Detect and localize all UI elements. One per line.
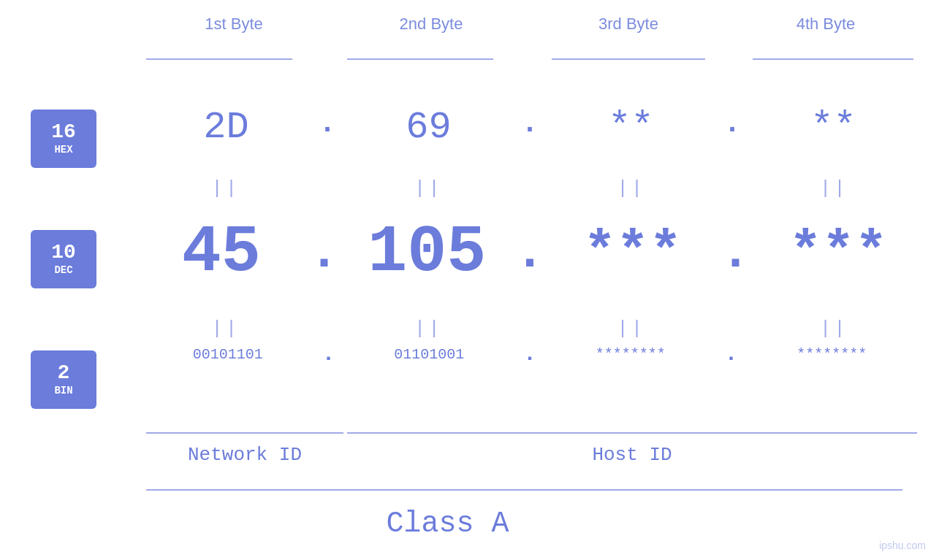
class-label: Class A xyxy=(0,507,895,540)
bin-b4: ******** xyxy=(740,346,924,363)
bracket-full-bottom xyxy=(146,489,902,491)
byte1-header: 1st Byte xyxy=(135,15,332,34)
main-container: 1st Byte 2nd Byte 3rd Byte 4th Byte 16 H… xyxy=(0,0,939,560)
dec-base-label: 10 DEC xyxy=(31,230,96,288)
dec-base-num: 10 xyxy=(51,242,76,263)
bin-row: 00101101 . 01101001 . ******** . *******… xyxy=(135,342,924,367)
equals-row-2: || || || || xyxy=(135,318,924,340)
bracket-top-1 xyxy=(146,58,292,60)
eq1-b2: || xyxy=(338,177,520,199)
byte3-header: 3rd Byte xyxy=(530,15,727,34)
dot-hex-2: . xyxy=(520,107,540,147)
byte4-header: 4th Byte xyxy=(727,15,924,34)
eq2-b1: || xyxy=(135,318,316,340)
dot-bin-1: . xyxy=(320,342,336,367)
bracket-top-4 xyxy=(753,58,913,60)
eq2-b2: || xyxy=(338,318,520,340)
byte2-header: 2nd Byte xyxy=(332,15,530,34)
hex-base-label: 16 HEX xyxy=(31,110,96,168)
dot-dec-1: . xyxy=(307,224,341,282)
bin-b1: 00101101 xyxy=(135,346,320,363)
bin-b3: ******** xyxy=(538,346,723,363)
eq2-b4: || xyxy=(744,318,925,340)
hex-b4: ** xyxy=(742,106,924,149)
eq1-b1: || xyxy=(135,177,316,199)
bin-base-text: BIN xyxy=(54,385,72,396)
hex-base-num: 16 xyxy=(51,122,76,142)
host-id-label: Host ID xyxy=(347,444,917,466)
bracket-top-2 xyxy=(347,58,493,60)
bracket-top-3 xyxy=(552,58,705,60)
byte-headers: 1st Byte 2nd Byte 3rd Byte 4th Byte xyxy=(135,15,924,34)
dot-dec-3: . xyxy=(718,224,752,282)
bin-base-label: 2 BIN xyxy=(31,350,96,409)
hex-b1: 2D xyxy=(135,106,317,149)
hex-b2: 69 xyxy=(338,106,520,149)
dot-dec-2: . xyxy=(513,224,547,282)
eq1-b4: || xyxy=(744,177,925,199)
watermark: ipshu.com xyxy=(879,540,926,551)
equals-row-1: || || || || xyxy=(135,177,924,199)
dot-hex-3: . xyxy=(722,107,742,147)
hex-row: 2D . 69 . ** . ** xyxy=(135,106,924,149)
dec-b1: 45 xyxy=(135,215,307,290)
hex-b3: ** xyxy=(540,106,722,149)
dot-bin-2: . xyxy=(522,342,538,367)
bracket-bottom-net xyxy=(146,432,343,434)
network-id-label: Network ID xyxy=(146,444,343,466)
hex-base-text: HEX xyxy=(54,144,72,156)
dec-base-text: DEC xyxy=(54,264,72,276)
eq1-b3: || xyxy=(541,177,722,199)
bin-base-num: 2 xyxy=(58,363,70,383)
eq2-b3: || xyxy=(541,318,722,340)
dot-bin-3: . xyxy=(723,342,739,367)
dec-b2: 105 xyxy=(341,215,513,290)
bracket-bottom-host xyxy=(347,432,917,434)
dec-b3: *** xyxy=(547,222,718,284)
dec-row: 45 . 105 . *** . *** xyxy=(135,215,924,290)
dot-hex-1: . xyxy=(317,107,338,147)
bin-b2: 01101001 xyxy=(337,346,522,363)
dec-b4: *** xyxy=(753,222,924,284)
